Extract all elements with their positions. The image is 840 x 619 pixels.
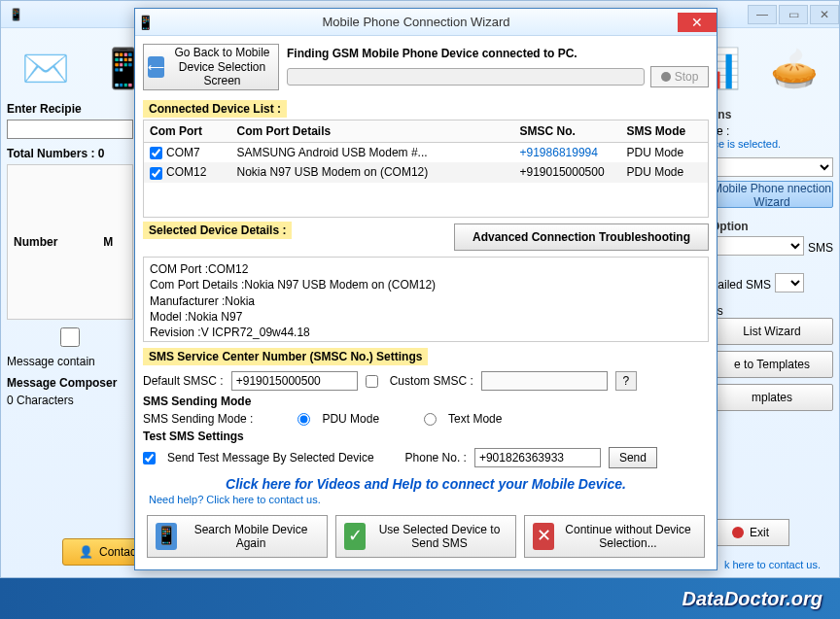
custom-smsc-label: Custom SMSC : bbox=[390, 374, 473, 388]
maximize-icon[interactable]: ▭ bbox=[779, 5, 808, 24]
continue-without-label: Continue without Device Selection... bbox=[560, 523, 696, 551]
msg-contain-checkbox[interactable] bbox=[7, 327, 133, 347]
go-back-button[interactable]: ⟵ Go Back to Mobile Device Selection Scr… bbox=[143, 44, 279, 90]
go-back-label: Go Back to Mobile Device Selection Scree… bbox=[170, 46, 274, 87]
use-device-label: Use Selected Device to Send SMS bbox=[371, 523, 508, 551]
exit-button[interactable]: Exit bbox=[712, 519, 789, 546]
col-m: M bbox=[97, 165, 132, 320]
failed-label: Failed SMS bbox=[711, 278, 771, 292]
bg-close-icon[interactable]: ✕ bbox=[810, 5, 839, 24]
row1-smsc: +91986819994 bbox=[514, 143, 621, 163]
search-again-button[interactable]: 📱Search Mobile Device Again bbox=[147, 515, 328, 558]
progress-bar bbox=[287, 68, 645, 86]
search-device-icon: 📱 bbox=[156, 523, 177, 550]
device-combo[interactable] bbox=[711, 157, 833, 177]
stop-button[interactable]: Stop bbox=[650, 66, 709, 87]
row2-checkbox[interactable] bbox=[150, 167, 162, 180]
row2-port: COM12 bbox=[166, 165, 206, 179]
use-device-button[interactable]: ✓Use Selected Device to Send SMS bbox=[335, 515, 516, 558]
es-label: es bbox=[711, 304, 833, 318]
device-selected-text: ice is selected. bbox=[711, 138, 833, 150]
row2-details: Nokia N97 USB Modem on (COM12) bbox=[231, 162, 514, 182]
stop-label: Stop bbox=[675, 70, 699, 84]
save-templates-button[interactable]: e to Templates bbox=[711, 351, 833, 378]
help-icon[interactable]: ? bbox=[615, 371, 637, 391]
chars-label: 0 Characters bbox=[7, 394, 133, 407]
recipients-input[interactable] bbox=[7, 120, 133, 139]
pdu-label: PDU Mode bbox=[322, 412, 379, 426]
skip-device-icon: ✕ bbox=[533, 523, 554, 550]
send-button[interactable]: Send bbox=[609, 447, 657, 468]
row2-smsc: +919015000500 bbox=[514, 162, 621, 182]
col-details: Com Port Details bbox=[231, 120, 514, 143]
detail-line: Manufacturer :Nokia bbox=[150, 293, 702, 309]
search-again-label: Search Mobile Device Again bbox=[183, 523, 319, 551]
exit-icon bbox=[732, 527, 744, 538]
selected-header: Selected Device Details : bbox=[143, 222, 292, 239]
detail-line: Model :Nokia N97 bbox=[150, 309, 702, 325]
text-radio[interactable] bbox=[424, 413, 437, 426]
footer-bar: DataDoctor.org bbox=[0, 578, 840, 619]
row1-details: SAMSUNG Android USB Modem #... bbox=[231, 143, 514, 163]
person-icon: 👤 bbox=[79, 545, 93, 559]
list-wizard-button[interactable]: List Wizard bbox=[711, 318, 833, 345]
send-test-label: Send Test Message By Selected Device bbox=[167, 451, 374, 464]
composer-label: Message Composer bbox=[7, 376, 133, 390]
numbers-table: NumberM bbox=[7, 164, 133, 320]
stop-icon bbox=[661, 72, 671, 82]
detail-line: COM Port :COM12 bbox=[150, 261, 702, 277]
continue-without-button[interactable]: ✕Continue without Device Selection... bbox=[524, 515, 705, 558]
sms-text: SMS bbox=[808, 241, 833, 255]
detail-line: Revision :V ICPR72_09w44.18 bbox=[150, 325, 702, 340]
test-sms-header: Test SMS Settings bbox=[143, 430, 709, 443]
templates-button[interactable]: mplates bbox=[711, 384, 833, 411]
back-arrow-icon: ⟵ bbox=[148, 56, 164, 78]
help-contact-link[interactable]: k here to contact us. bbox=[724, 559, 821, 570]
recipients-label: Enter Recipie bbox=[7, 102, 133, 116]
minimize-icon[interactable]: — bbox=[748, 5, 777, 24]
sms-option-combo[interactable] bbox=[711, 236, 804, 256]
table-row[interactable]: COM12 Nokia N97 USB Modem on (COM12) +91… bbox=[144, 162, 709, 182]
device-label: ce : bbox=[711, 124, 833, 138]
exit-label: Exit bbox=[750, 526, 769, 539]
failed-combo[interactable] bbox=[775, 273, 804, 292]
detail-line: Com Port Details :Nokia N97 USB Modem on… bbox=[150, 277, 702, 292]
help-videos-link[interactable]: Click here for Videos and Help to connec… bbox=[143, 476, 709, 492]
row2-mode: PDU Mode bbox=[621, 162, 709, 182]
send-test-checkbox[interactable] bbox=[143, 452, 156, 464]
phone-label: Phone No. : bbox=[405, 451, 467, 464]
default-smsc-label: Default SMSC : bbox=[143, 374, 224, 388]
footer-logo: DataDoctor.org bbox=[682, 588, 822, 610]
device-details-box: COM Port :COM12 Com Port Details :Nokia … bbox=[143, 257, 709, 342]
pdu-radio[interactable] bbox=[298, 413, 310, 426]
finding-label: Finding GSM Mobile Phone Device connecte… bbox=[287, 47, 709, 60]
mobile-wizard-button[interactable]: Mobile Phone nnection Wizard bbox=[711, 181, 833, 208]
text-label: Text Mode bbox=[448, 412, 502, 426]
contact-label: Contac bbox=[99, 545, 136, 559]
pie-chart-icon: 🥧 bbox=[765, 44, 823, 92]
envelope-icon: ✉️ bbox=[17, 44, 75, 92]
custom-smsc-input[interactable] bbox=[481, 371, 608, 391]
row1-checkbox[interactable] bbox=[150, 147, 162, 159]
advanced-troubleshooting-button[interactable]: Advanced Connection Troubleshooting bbox=[454, 224, 709, 251]
wizard-icon: 📱 bbox=[135, 15, 155, 30]
row1-port: COM7 bbox=[166, 146, 200, 159]
custom-smsc-checkbox[interactable] bbox=[366, 375, 378, 388]
close-icon[interactable]: ✕ bbox=[678, 13, 717, 32]
need-help-link[interactable]: Need help? Click here to contact us. bbox=[143, 494, 709, 505]
modal-title: Mobile Phone Connection Wizard bbox=[155, 15, 678, 29]
table-row[interactable]: COM7 SAMSUNG Android USB Modem #... +919… bbox=[144, 143, 709, 163]
col-port: Com Port bbox=[144, 120, 231, 143]
msg-contain-label: Message contain bbox=[7, 355, 95, 368]
default-smsc-input[interactable] bbox=[231, 371, 358, 391]
modal-titlebar: 📱 Mobile Phone Connection Wizard ✕ bbox=[135, 9, 717, 36]
col-smsc: SMSC No. bbox=[514, 120, 621, 143]
app-icon: 📱 bbox=[9, 8, 23, 21]
row1-mode: PDU Mode bbox=[621, 143, 709, 163]
sending-mode-label: SMS Sending Mode : bbox=[143, 412, 253, 426]
device-table: Com Port Com Port Details SMSC No. SMS M… bbox=[143, 120, 709, 218]
phone-input[interactable] bbox=[474, 448, 601, 467]
right-section-label: ons bbox=[711, 108, 833, 121]
smsc-header: SMS Service Center Number (SMSC No.) Set… bbox=[143, 348, 428, 365]
connection-wizard-dialog: 📱 Mobile Phone Connection Wizard ✕ ⟵ Go … bbox=[134, 8, 718, 570]
